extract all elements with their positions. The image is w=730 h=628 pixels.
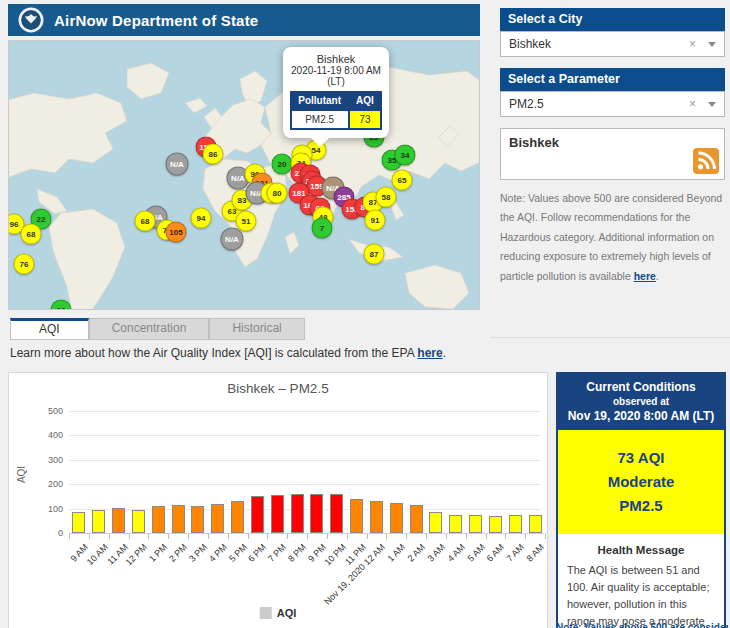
- chart-bar[interactable]: [72, 512, 85, 533]
- conditions-header: Current Conditions observed at Nov 19, 2…: [558, 374, 724, 430]
- health-message-text: The AQI is between 51 and 100. Air quali…: [567, 562, 715, 628]
- map-marker[interactable]: 91: [365, 210, 386, 231]
- x-axis-label: 4 PM: [207, 542, 229, 564]
- map-marker[interactable]: 105: [166, 222, 187, 243]
- conditions-aqi-value: 73 AQI: [562, 446, 720, 470]
- note-here-link[interactable]: here: [634, 270, 656, 282]
- x-axis-label: 1 PM: [147, 542, 169, 564]
- chart-bar[interactable]: [251, 496, 264, 533]
- chart-bar[interactable]: [469, 515, 482, 533]
- map-marker[interactable]: 68: [21, 224, 42, 245]
- chart-bar[interactable]: [231, 501, 244, 533]
- popup-aqi-value: 73: [349, 110, 382, 129]
- x-axis-label: 3 AM: [425, 542, 447, 564]
- x-axis-tick: [287, 534, 288, 539]
- chart-bar[interactable]: [449, 515, 462, 533]
- chart-bar[interactable]: [271, 495, 284, 533]
- chevron-down-icon[interactable]: [708, 42, 716, 47]
- chart-bar[interactable]: [429, 512, 442, 533]
- chart-bar[interactable]: [172, 505, 185, 533]
- x-axis-label: 6 PM: [247, 542, 269, 564]
- x-axis-tick: [545, 534, 546, 539]
- map-marker[interactable]: 68: [135, 211, 156, 232]
- chart-bar[interactable]: [489, 516, 502, 533]
- chevron-down-icon[interactable]: [708, 102, 716, 107]
- map-marker[interactable]: 7: [312, 218, 333, 239]
- x-axis-tick: [347, 534, 348, 539]
- chart-bar[interactable]: [410, 505, 423, 533]
- chart-bar[interactable]: [370, 501, 383, 533]
- x-axis-tick: [89, 534, 90, 539]
- x-axis-tick: [505, 534, 506, 539]
- parameter-select[interactable]: PM2.5 ×: [500, 91, 725, 117]
- y-axis-tick-label: 500: [9, 406, 63, 416]
- x-axis-label: 10 AM: [85, 542, 110, 567]
- map-marker[interactable]: 20: [272, 154, 293, 175]
- map-marker[interactable]: 58: [376, 187, 397, 208]
- map-marker[interactable]: 87: [364, 244, 385, 265]
- tab-aqi[interactable]: AQI: [10, 318, 89, 340]
- map-marker[interactable]: 94: [191, 208, 212, 229]
- health-message-title: Health Message: [567, 544, 715, 556]
- conditions-observed-label: observed at: [562, 396, 720, 407]
- city-select[interactable]: Bishkek ×: [500, 31, 725, 57]
- x-axis-tick: [466, 534, 467, 539]
- chart-bar[interactable]: [211, 504, 224, 533]
- map-marker[interactable]: 76: [14, 254, 35, 275]
- select-city-header: Select a City: [500, 8, 725, 31]
- conditions-datetime: Nov 19, 2020 8:00 AM (LT): [562, 409, 720, 423]
- epa-here-link[interactable]: here: [417, 346, 442, 360]
- popup-table: Pollutant AQI PM2.5 73: [290, 91, 383, 130]
- popup-aqi-header: AQI: [349, 92, 382, 111]
- map-marker[interactable]: 80: [267, 183, 288, 204]
- tab-historical[interactable]: Historical: [209, 318, 304, 340]
- city-select-value: Bishkek: [509, 37, 689, 51]
- gridline: [69, 484, 541, 485]
- app-header: AirNow Department of State: [8, 4, 480, 36]
- conditions-aqi-block: 73 AQI Moderate PM2.5: [558, 430, 724, 534]
- chart-bar[interactable]: [132, 510, 145, 533]
- chart-bar[interactable]: [310, 494, 323, 533]
- conditions-parameter: PM2.5: [562, 494, 720, 518]
- legend-swatch: [260, 607, 272, 619]
- clear-city-icon[interactable]: ×: [689, 37, 696, 51]
- y-axis-tick-label: 400: [9, 430, 63, 440]
- popup-city: Bishkek: [288, 53, 384, 65]
- chart-bar[interactable]: [92, 510, 105, 533]
- x-axis-tick: [267, 534, 268, 539]
- y-axis-tick-label: 300: [9, 455, 63, 465]
- x-axis-tick: [208, 534, 209, 539]
- x-axis-tick: [367, 534, 368, 539]
- x-axis-label: 1 AM: [386, 542, 408, 564]
- chart-bar[interactable]: [509, 515, 522, 533]
- chart-bar[interactable]: [350, 499, 363, 533]
- map-marker[interactable]: 65: [392, 170, 413, 191]
- clear-parameter-icon[interactable]: ×: [689, 97, 696, 111]
- beyond-aqi-note: Note: Values above 500 are considered Be…: [500, 189, 728, 286]
- rss-icon[interactable]: [693, 148, 719, 174]
- learn-more-text: Learn more about how the Air Quality Ind…: [10, 346, 446, 360]
- map-marker[interactable]: 34: [395, 145, 416, 166]
- chart-bar[interactable]: [291, 494, 304, 533]
- popup-pollutant-header: Pollutant: [291, 92, 349, 111]
- x-axis-label: 7 AM: [505, 542, 527, 564]
- tab-bar: AQI Concentration Historical: [10, 318, 305, 340]
- chart-bar[interactable]: [390, 503, 403, 534]
- x-axis-label: 5 PM: [227, 542, 249, 564]
- tab-concentration[interactable]: Concentration: [89, 318, 210, 340]
- chart-bar[interactable]: [191, 506, 204, 533]
- chart-bar[interactable]: [529, 515, 542, 533]
- dos-seal-logo: [18, 7, 44, 33]
- world-map[interactable]: Bishkek 2020-11-19 8:00 AM (LT) Pollutan…: [8, 40, 480, 310]
- chart-bar[interactable]: [330, 494, 343, 533]
- map-marker[interactable]: N/A: [166, 153, 189, 176]
- select-parameter-header: Select a Parameter: [500, 68, 725, 91]
- chart-bar[interactable]: [152, 506, 165, 533]
- x-axis-label: 3 PM: [187, 542, 209, 564]
- chart-bar[interactable]: [112, 508, 125, 533]
- map-marker[interactable]: N/A: [221, 228, 244, 251]
- map-marker[interactable]: 51: [236, 211, 257, 232]
- y-axis-tick-label: 200: [9, 479, 63, 489]
- x-axis-label: 4 AM: [445, 542, 467, 564]
- map-marker[interactable]: 86: [203, 144, 224, 165]
